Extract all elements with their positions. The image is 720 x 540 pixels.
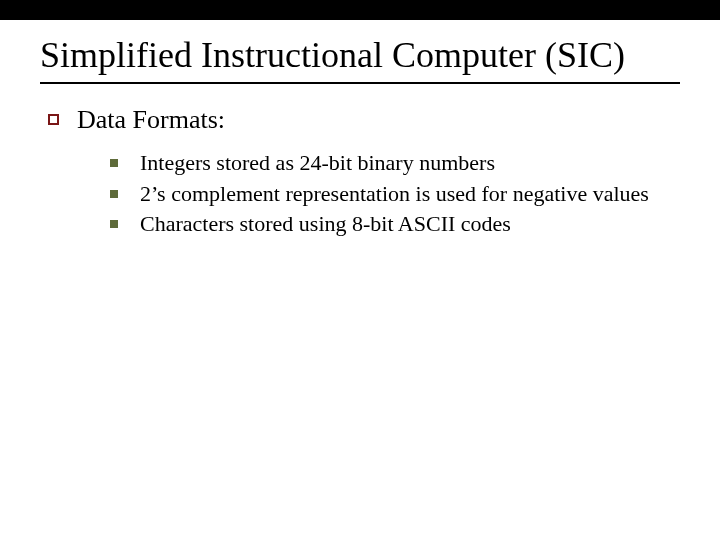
list-item-text: Characters stored using 8-bit ASCII code… [140,210,511,239]
list-item: 2’s complement representation is used fo… [110,180,680,209]
hollow-square-bullet-icon [48,114,59,125]
slide-title: Simplified Instructional Computer (SIC) [40,34,680,76]
solid-square-bullet-icon [110,159,118,167]
list-item: Integers stored as 24-bit binary numbers [110,149,680,178]
solid-square-bullet-icon [110,220,118,228]
slide: Simplified Instructional Computer (SIC) … [0,0,720,540]
top-bar [0,0,720,20]
bullet-list: Integers stored as 24-bit binary numbers… [110,149,680,239]
section-row: Data Formats: [48,104,680,137]
list-item-text: 2’s complement representation is used fo… [140,180,649,209]
section-heading: Data Formats: [77,104,225,137]
solid-square-bullet-icon [110,190,118,198]
list-item-text: Integers stored as 24-bit binary numbers [140,149,495,178]
list-item: Characters stored using 8-bit ASCII code… [110,210,680,239]
title-underline [40,82,680,84]
